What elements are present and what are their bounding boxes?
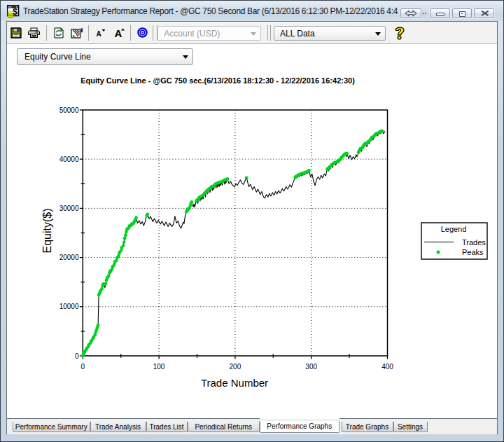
svg-text:10000: 10000 <box>59 303 79 310</box>
svg-text:200: 200 <box>230 363 241 371</box>
svg-text:40000: 40000 <box>59 156 79 163</box>
svg-text:100: 100 <box>153 363 165 371</box>
svg-text:0: 0 <box>75 352 79 360</box>
svg-text:Peaks: Peaks <box>462 248 484 256</box>
svg-text:Legend: Legend <box>441 225 467 233</box>
svg-text:300: 300 <box>305 363 317 371</box>
svg-text:20000: 20000 <box>59 254 79 261</box>
svg-text:400: 400 <box>382 363 393 371</box>
svg-text:Trades: Trades <box>462 238 486 247</box>
svg-text:0: 0 <box>81 363 85 371</box>
svg-text:30000: 30000 <box>59 205 79 212</box>
svg-text:Equity($): Equity($) <box>41 208 53 253</box>
svg-text:50000: 50000 <box>59 106 79 114</box>
svg-text:Equity Curve Line - @GC 750 se: Equity Curve Line - @GC 750 sec.(6/13/20… <box>80 76 355 85</box>
svg-text:Trade Number: Trade Number <box>201 377 268 389</box>
